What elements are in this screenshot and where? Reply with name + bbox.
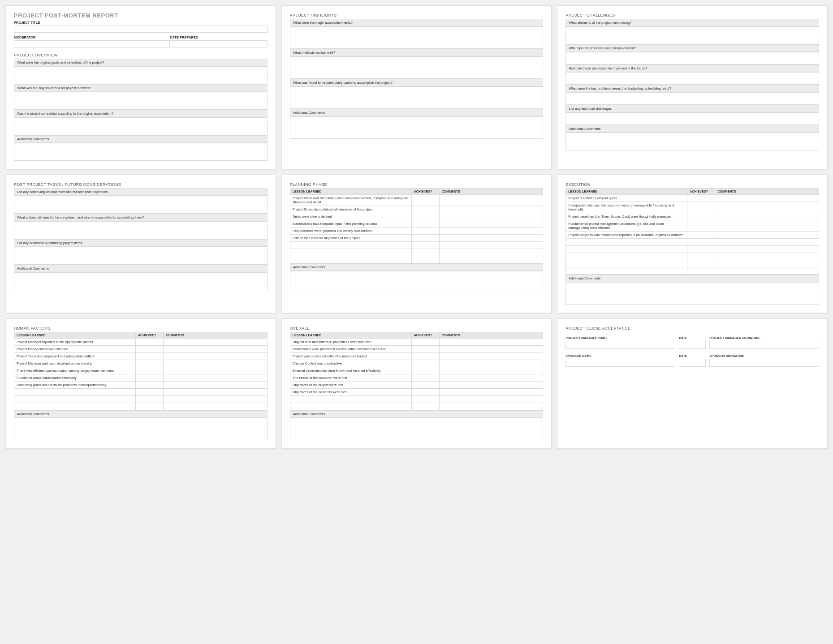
- cell-comments[interactable]: [439, 360, 543, 367]
- input-highlights-2[interactable]: [290, 56, 544, 79]
- cell-comments[interactable]: [715, 246, 819, 253]
- cell-comments[interactable]: [439, 242, 543, 249]
- cell-comments[interactable]: [164, 367, 268, 374]
- cell-comments[interactable]: [715, 239, 819, 246]
- cell-achieved[interactable]: [411, 256, 439, 263]
- cell-comments[interactable]: [715, 195, 819, 202]
- cell-achieved[interactable]: [411, 360, 439, 367]
- cell-comments[interactable]: [439, 220, 543, 228]
- input-challenges-4[interactable]: [565, 92, 819, 105]
- cell-comments[interactable]: [439, 367, 543, 374]
- cell-achieved[interactable]: [687, 220, 715, 232]
- input-challenges-1[interactable]: [565, 26, 819, 44]
- cell-comments[interactable]: [164, 389, 268, 396]
- input-sponsor-date[interactable]: [679, 359, 706, 367]
- cell-achieved[interactable]: [136, 360, 164, 367]
- cell-achieved[interactable]: [136, 382, 164, 389]
- input-future-3[interactable]: [14, 247, 268, 265]
- cell-comments[interactable]: [439, 374, 543, 382]
- input-challenges-5[interactable]: [565, 112, 819, 125]
- cell-comments[interactable]: [439, 195, 543, 206]
- cell-achieved[interactable]: [411, 353, 439, 360]
- cell-comments[interactable]: [715, 267, 819, 275]
- cell-achieved[interactable]: [411, 403, 439, 410]
- cell-achieved[interactable]: [136, 353, 164, 360]
- cell-achieved[interactable]: [411, 228, 439, 235]
- cell-achieved[interactable]: [687, 232, 715, 239]
- cell-achieved[interactable]: [687, 202, 715, 213]
- cell-comments[interactable]: [439, 249, 543, 256]
- cell-comments[interactable]: [439, 346, 543, 353]
- cell-achieved[interactable]: [136, 346, 164, 353]
- input-execution-comments[interactable]: [565, 282, 819, 305]
- cell-achieved[interactable]: [136, 367, 164, 374]
- cell-achieved[interactable]: [411, 249, 439, 256]
- input-human-comments[interactable]: [14, 418, 268, 440]
- input-sponsor-sig[interactable]: [709, 359, 819, 367]
- cell-comments[interactable]: [439, 353, 543, 360]
- cell-comments[interactable]: [164, 382, 268, 389]
- cell-comments[interactable]: [439, 389, 543, 396]
- input-planning-comments[interactable]: [290, 271, 544, 293]
- cell-comments[interactable]: [439, 403, 543, 410]
- cell-comments[interactable]: [439, 382, 543, 389]
- cell-achieved[interactable]: [687, 253, 715, 260]
- cell-comments[interactable]: [164, 396, 268, 403]
- input-future-2[interactable]: [14, 221, 268, 239]
- cell-achieved[interactable]: [411, 374, 439, 382]
- cell-achieved[interactable]: [411, 195, 439, 206]
- cell-comments[interactable]: [439, 256, 543, 263]
- cell-comments[interactable]: [164, 346, 268, 353]
- cell-comments[interactable]: [715, 260, 819, 267]
- cell-achieved[interactable]: [411, 235, 439, 242]
- cell-comments[interactable]: [715, 202, 819, 213]
- cell-achieved[interactable]: [136, 389, 164, 396]
- cell-achieved[interactable]: [411, 242, 439, 249]
- cell-comments[interactable]: [164, 403, 268, 410]
- cell-achieved[interactable]: [136, 339, 164, 346]
- cell-achieved[interactable]: [687, 195, 715, 202]
- cell-comments[interactable]: [715, 213, 819, 220]
- cell-achieved[interactable]: [136, 403, 164, 410]
- input-challenges-3[interactable]: [565, 72, 819, 85]
- cell-comments[interactable]: [715, 232, 819, 239]
- input-project-title[interactable]: [14, 26, 268, 33]
- input-future-comments[interactable]: [14, 272, 268, 290]
- cell-comments[interactable]: [439, 396, 543, 403]
- cell-achieved[interactable]: [411, 220, 439, 228]
- cell-comments[interactable]: [164, 374, 268, 382]
- cell-achieved[interactable]: [411, 367, 439, 374]
- input-overview-1[interactable]: [14, 66, 268, 84]
- cell-comments[interactable]: [439, 339, 543, 346]
- cell-comments[interactable]: [164, 339, 268, 346]
- input-challenges-2[interactable]: [565, 52, 819, 64]
- input-challenges-comments[interactable]: [565, 133, 819, 150]
- input-overall-comments[interactable]: [290, 418, 544, 440]
- input-highlights-3[interactable]: [290, 86, 544, 109]
- input-pm-date[interactable]: [679, 341, 706, 349]
- cell-comments[interactable]: [439, 213, 543, 220]
- cell-comments[interactable]: [715, 220, 819, 232]
- input-overview-2[interactable]: [14, 92, 268, 110]
- cell-achieved[interactable]: [687, 246, 715, 253]
- cell-comments[interactable]: [715, 253, 819, 260]
- cell-achieved[interactable]: [411, 346, 439, 353]
- input-sponsor-name[interactable]: [565, 359, 675, 367]
- cell-achieved[interactable]: [411, 396, 439, 403]
- input-overview-3[interactable]: [14, 117, 268, 135]
- input-overview-comments[interactable]: [14, 143, 268, 161]
- cell-achieved[interactable]: [687, 213, 715, 220]
- cell-achieved[interactable]: [687, 239, 715, 246]
- input-pm-sig[interactable]: [709, 341, 819, 349]
- cell-comments[interactable]: [164, 353, 268, 360]
- input-date-prepared[interactable]: [170, 40, 268, 47]
- input-future-1[interactable]: [14, 196, 268, 214]
- input-pm-name[interactable]: [565, 341, 675, 349]
- cell-achieved[interactable]: [136, 374, 164, 382]
- cell-comments[interactable]: [439, 228, 543, 235]
- cell-achieved[interactable]: [411, 382, 439, 389]
- cell-achieved[interactable]: [411, 206, 439, 213]
- cell-achieved[interactable]: [411, 339, 439, 346]
- cell-comments[interactable]: [439, 206, 543, 213]
- cell-comments[interactable]: [164, 360, 268, 367]
